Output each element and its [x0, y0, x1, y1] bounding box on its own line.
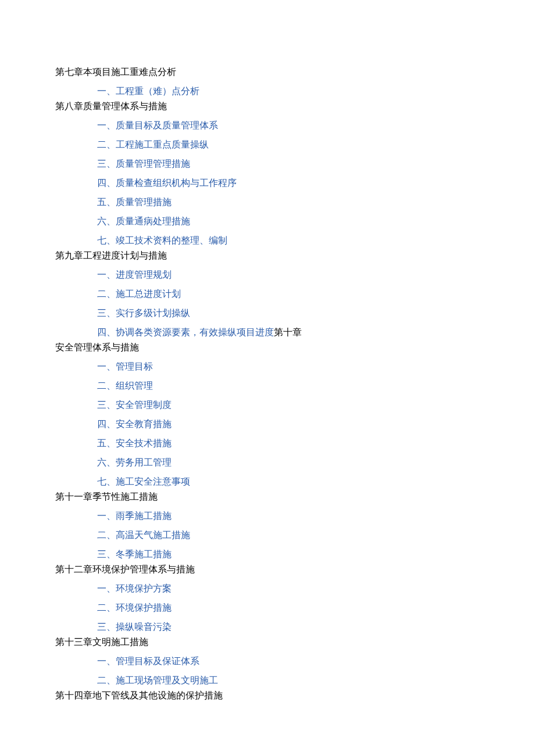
toc-link-text: 二、工程施工重点质量操纵: [97, 139, 209, 149]
toc-link-text: 一、管理目标及保证体系: [97, 656, 199, 666]
toc-link-text: 六、劳务用工管理: [97, 457, 172, 467]
toc-link-text: 三、质量管理管理措施: [97, 159, 190, 169]
inline-chapter-suffix: 第十章: [274, 327, 302, 337]
toc-link[interactable]: 二、高温天气施工措施: [97, 528, 480, 542]
toc-link[interactable]: 三、实行多级计划操纵: [97, 306, 480, 320]
toc-link[interactable]: 五、质量管理措施: [97, 195, 480, 209]
toc-link[interactable]: 一、工程重（难）点分析: [97, 84, 480, 98]
toc-link-text: 二、组织管理: [97, 381, 153, 390]
toc-link-text: 七、施工安全注意事项: [97, 476, 190, 486]
toc-link-text: 一、环境保护方案: [97, 583, 172, 593]
toc-link[interactable]: 四、安全教育措施: [97, 417, 480, 431]
toc-link[interactable]: 六、质量通病处理措施: [97, 214, 480, 228]
toc-link[interactable]: 一、环境保护方案: [97, 582, 480, 596]
toc-link-text: 二、高温天气施工措施: [97, 530, 190, 540]
toc-link-text: 一、进度管理规划: [97, 270, 172, 280]
toc-link[interactable]: 二、组织管理: [97, 379, 480, 393]
toc-link-text: 二、施工总进度计划: [97, 289, 181, 299]
toc-link-text: 一、管理目标: [97, 361, 153, 371]
chapter-title: 第十三章文明施工措施: [55, 635, 480, 649]
toc-link[interactable]: 六、劳务用工管理: [97, 456, 480, 470]
toc-link[interactable]: 四、协调各类资源要素，有效操纵项目进度第十章: [97, 325, 480, 339]
toc-link-text: 四、协调各类资源要素，有效操纵项目进度: [97, 327, 274, 337]
toc-link-text: 一、质量目标及质量管理体系: [97, 120, 218, 130]
toc-link[interactable]: 二、施工现场管理及文明施工: [97, 673, 480, 687]
toc-link[interactable]: 三、冬季施工措施: [97, 547, 480, 561]
chapter-title: 第十二章环境保护管理体系与措施: [55, 562, 480, 576]
toc-link-text: 二、施工现场管理及文明施工: [97, 675, 218, 685]
toc-link-text: 七、竣工技术资料的整理、编制: [97, 235, 227, 245]
toc-link-text: 四、质量检查组织机构与工作程序: [97, 178, 237, 188]
toc-link[interactable]: 三、质量管理管理措施: [97, 157, 480, 171]
toc-link-text: 三、安全管理制度: [97, 400, 172, 410]
toc-link[interactable]: 三、安全管理制度: [97, 398, 480, 412]
table-of-contents: 第七章本项目施工重难点分析一、工程重（难）点分析第八章质量管理体系与措施一、质量…: [55, 65, 480, 703]
toc-link[interactable]: 七、施工安全注意事项: [97, 475, 480, 489]
toc-link-text: 三、操纵噪音污染: [97, 622, 172, 632]
toc-link-text: 一、雨季施工措施: [97, 511, 172, 521]
toc-link[interactable]: 二、工程施工重点质量操纵: [97, 138, 480, 152]
chapter-title: 第七章本项目施工重难点分析: [55, 65, 480, 79]
chapter-title: 安全管理体系与措施: [55, 341, 480, 354]
toc-link-text: 六、质量通病处理措施: [97, 216, 190, 226]
toc-link-text: 三、实行多级计划操纵: [97, 308, 190, 318]
chapter-title: 第九章工程进度计划与措施: [55, 249, 480, 263]
toc-link[interactable]: 一、进度管理规划: [97, 268, 480, 282]
chapter-title: 第十四章地下管线及其他设施的保护措施: [55, 689, 480, 703]
toc-link-text: 五、质量管理措施: [97, 197, 172, 207]
toc-link[interactable]: 一、管理目标及保证体系: [97, 654, 480, 668]
toc-link-text: 四、安全教育措施: [97, 419, 172, 429]
chapter-title: 第八章质量管理体系与措施: [55, 99, 480, 113]
toc-link-text: 二、环境保护措施: [97, 603, 172, 612]
toc-link[interactable]: 四、质量检查组织机构与工作程序: [97, 176, 480, 190]
toc-link[interactable]: 二、环境保护措施: [97, 601, 480, 615]
toc-link-text: 三、冬季施工措施: [97, 549, 172, 559]
toc-link[interactable]: 一、雨季施工措施: [97, 509, 480, 523]
chapter-title: 第十一章季节性施工措施: [55, 490, 480, 504]
toc-link[interactable]: 一、管理目标: [97, 360, 480, 374]
toc-link[interactable]: 七、竣工技术资料的整理、编制: [97, 234, 480, 248]
toc-link[interactable]: 一、质量目标及质量管理体系: [97, 119, 480, 132]
toc-link-text: 五、安全技术措施: [97, 438, 172, 448]
toc-link[interactable]: 三、操纵噪音污染: [97, 620, 480, 634]
toc-link[interactable]: 五、安全技术措施: [97, 436, 480, 450]
toc-link[interactable]: 二、施工总进度计划: [97, 287, 480, 301]
toc-link-text: 一、工程重（难）点分析: [97, 86, 199, 96]
